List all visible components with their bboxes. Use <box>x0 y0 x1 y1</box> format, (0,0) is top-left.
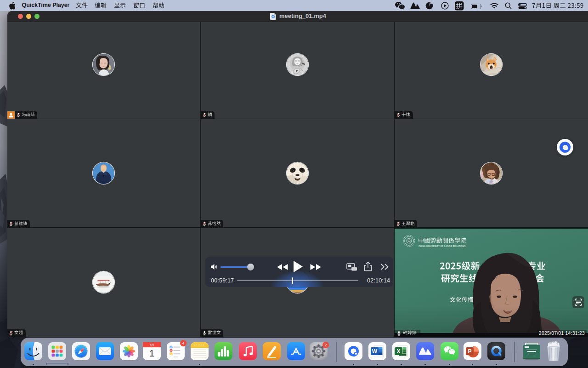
svg-text:P: P <box>468 348 471 355</box>
svg-text:W: W <box>372 348 378 355</box>
svg-text:X: X <box>397 348 401 355</box>
svg-text:1: 1 <box>149 348 155 358</box>
